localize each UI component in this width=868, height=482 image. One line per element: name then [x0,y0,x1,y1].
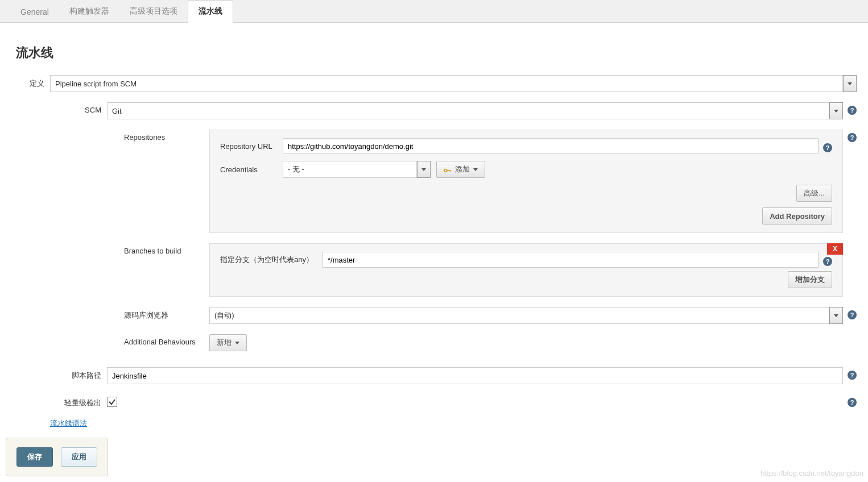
input-branch-spec[interactable] [323,252,819,268]
row-additional-behaviours: Additional Behaviours 新增 [107,334,857,351]
row-branches: Branches to build X 指定分支（为空时代表any） ? 增加分… [107,243,857,297]
chevron-down-icon [421,168,426,171]
repositories-panel: Repository URL ? Credentials - 无 - [209,130,843,233]
check-icon [108,398,116,406]
row-repo-browser: 源码库浏览器 (自动) ? [107,307,857,324]
add-behaviour-label: 新增 [217,338,232,348]
label-branches: Branches to build [107,243,209,255]
pipeline-syntax-link[interactable]: 流水线语法 [50,419,87,427]
help-icon[interactable]: ? [848,398,857,407]
label-repo-browser: 源码库浏览器 [107,307,209,321]
row-script-path: 脚本路径 ? [57,367,857,384]
select-repo-browser[interactable]: (自动) [209,307,843,324]
select-scm-toggle[interactable] [829,102,843,119]
tab-build-triggers[interactable]: 构建触发器 [59,1,119,22]
svg-rect-2 [450,170,450,172]
select-definition-toggle[interactable] [843,75,857,92]
input-repo-url[interactable] [283,138,819,154]
svg-point-0 [444,169,447,172]
select-definition-value: Pipeline script from SCM [50,75,843,92]
label-scm: SCM [57,102,107,114]
advanced-button[interactable]: 高级... [796,185,832,202]
label-repositories: Repositories [107,130,209,142]
save-footer: 保存 应用 [6,438,108,476]
label-additional-behaviours: Additional Behaviours [107,334,209,346]
config-tabs: General 构建触发器 高级项目选项 流水线 [0,0,868,23]
help-icon[interactable]: ? [848,106,857,115]
section-title-pipeline: 流水线 [16,44,857,61]
apply-button[interactable]: 应用 [61,447,97,467]
branches-panel: X 指定分支（为空时代表any） ? 增加分支 [209,243,843,297]
chevron-down-icon [834,110,838,113]
help-icon[interactable]: ? [848,310,857,319]
label-repo-url: Repository URL [220,142,283,151]
label-credentials: Credentials [220,165,283,174]
add-behaviour-button[interactable]: 新增 [209,334,247,351]
tab-general[interactable]: General [10,2,59,22]
checkbox-lightweight[interactable] [107,397,117,407]
chevron-down-icon [848,82,852,85]
caret-down-icon [235,342,239,344]
add-credentials-label: 添加 [455,164,470,174]
help-icon[interactable]: ? [823,257,832,266]
select-scm-value: Git [107,102,829,119]
save-button[interactable]: 保存 [16,447,53,467]
row-definition: 定义 Pipeline script from SCM [16,75,857,92]
tab-advanced-options[interactable]: 高级项目选项 [119,1,188,22]
delete-branch-button[interactable]: X [827,243,843,255]
input-script-path[interactable] [107,367,843,384]
label-branch-spec: 指定分支（为空时代表any） [220,255,323,265]
add-credentials-button[interactable]: 添加 [436,161,485,178]
tab-pipeline[interactable]: 流水线 [188,0,233,23]
select-definition[interactable]: Pipeline script from SCM [50,75,857,92]
select-repo-browser-value: (自动) [209,307,829,324]
help-icon[interactable]: ? [848,133,857,142]
row-scm: SCM Git ? [57,102,857,119]
select-credentials-value: - 无 - [283,161,417,178]
select-credentials[interactable]: - 无 - [283,161,431,178]
watermark: https://blog.csdn.net/toyangdon [760,469,863,477]
select-scm[interactable]: Git [107,102,843,119]
add-repository-button[interactable]: Add Repository [762,207,832,225]
pipeline-config-page: 流水线 定义 Pipeline script from SCM SCM Git … [0,23,868,429]
row-lightweight: 轻量级检出 ? [57,394,857,408]
label-lightweight: 轻量级检出 [57,394,107,408]
key-icon [444,167,452,172]
row-repositories: Repositories Repository URL ? Credential… [107,130,857,233]
select-repo-browser-toggle[interactable] [829,307,843,324]
label-script-path: 脚本路径 [57,367,107,381]
help-icon[interactable]: ? [848,371,857,380]
add-branch-button[interactable]: 增加分支 [788,271,832,288]
chevron-down-icon [834,314,838,317]
label-definition: 定义 [16,75,50,89]
help-icon[interactable]: ? [823,143,832,152]
caret-down-icon [473,168,478,171]
select-credentials-toggle[interactable] [417,161,431,178]
